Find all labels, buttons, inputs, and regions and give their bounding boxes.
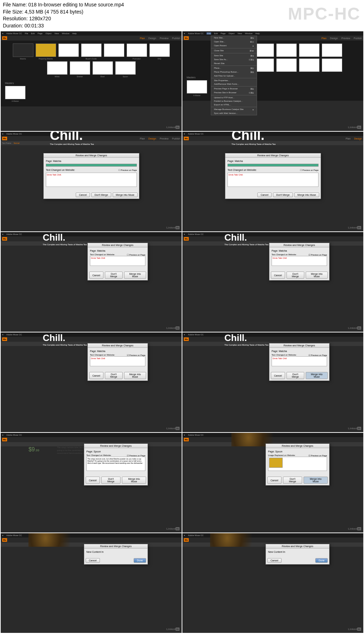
dont-merge-button[interactable]: Don't Merge [91, 193, 111, 197]
file-menu-item[interactable]: Add Files for Upload... [211, 74, 257, 78]
page-thumb[interactable] [149, 43, 170, 57]
menu-edit[interactable]: Edit [214, 32, 218, 35]
preview-checkbox[interactable]: ☑ Preview on Page [309, 454, 327, 457]
file-menu-item[interactable]: Revert Site [211, 62, 257, 65]
page-thumb[interactable] [276, 43, 297, 57]
menu-help[interactable]: Help [255, 32, 259, 35]
cancel-button[interactable]: Cancel [86, 558, 100, 563]
cancel-button[interactable]: Cancel [89, 272, 103, 279]
dont-merge-button[interactable]: Don't Merge [105, 372, 123, 379]
page-thumb[interactable] [36, 43, 56, 57]
file-menu-item[interactable]: Open Site...⌘O [211, 40, 257, 44]
file-menu-item[interactable]: Site Properties... [211, 79, 257, 82]
dialog-textarea[interactable]: The wispy texture sure, but what Matcha … [86, 457, 145, 471]
menu-file[interactable]: File [207, 32, 212, 35]
preview-checkbox[interactable]: ☐ Preview on Page [118, 169, 137, 173]
preview-checkbox[interactable]: ☐ Preview on Page [300, 169, 318, 173]
menu-window[interactable]: Window [245, 32, 252, 35]
file-menu-item[interactable]: New Site...⌘N [211, 36, 257, 40]
merge-button[interactable]: Merge into Muse [124, 272, 146, 279]
merge-button[interactable]: Merge into Muse [306, 272, 328, 279]
tab-preview[interactable]: Preview [341, 37, 350, 40]
tab-preview[interactable]: Preview [160, 137, 168, 140]
tab-plan[interactable]: Plan [140, 37, 145, 40]
tab-plan[interactable]: Plan [346, 137, 350, 140]
page-thumb[interactable] [13, 43, 33, 57]
tab-design[interactable]: Design [148, 137, 156, 140]
dialog-textarea[interactable]: Drink Talk Chill [90, 356, 145, 366]
page-thumb[interactable] [58, 43, 79, 57]
merge-button[interactable]: Merge into Muse [124, 372, 146, 379]
merge-button[interactable]: Merge into Muse [306, 372, 328, 379]
tab-design[interactable]: Design [330, 37, 338, 40]
menu-file[interactable]: File [25, 32, 28, 35]
done-button[interactable]: Done [315, 558, 328, 563]
menu-page[interactable]: Page [38, 32, 43, 35]
tab-plan[interactable]: Plan [140, 137, 145, 140]
page-thumb[interactable] [322, 43, 342, 57]
dialog-textarea[interactable]: Drink Talk Chill [90, 256, 145, 266]
page-thumb[interactable] [92, 61, 113, 75]
page-thumb[interactable] [322, 58, 342, 72]
preview-checkbox[interactable]: ☑ Preview on Page [309, 354, 327, 356]
page-thumb[interactable] [47, 61, 68, 75]
file-menu-item[interactable]: Add/Remove Web Fonts... [211, 82, 257, 86]
file-menu-item[interactable]: Save Site As...⇧⌘S [211, 58, 257, 62]
menu-object[interactable]: Object [229, 32, 235, 35]
file-menu-item[interactable]: Save Site⌘S [211, 54, 257, 58]
page-thumb[interactable] [81, 43, 102, 57]
tab-publish[interactable]: Publish [172, 137, 180, 140]
dialog-textarea[interactable]: Drink Talk Chill. [228, 173, 318, 187]
cancel-button[interactable]: Cancel [267, 558, 282, 563]
menu-view[interactable]: View [237, 32, 242, 35]
page-thumb[interactable] [299, 43, 320, 57]
cancel-button[interactable]: Cancel [271, 272, 285, 279]
menu-page[interactable]: Page [221, 32, 226, 35]
file-menu-item[interactable]: Open Recent▸ [211, 44, 257, 48]
tab-preview[interactable]: Preview [160, 37, 168, 40]
cancel-button[interactable]: Cancel [86, 477, 100, 484]
file-menu-item[interactable]: Place...⌘D [211, 66, 257, 70]
merge-button[interactable]: Merge into Muse [113, 193, 138, 197]
tab-publish[interactable]: Publish [354, 37, 362, 40]
menu-help[interactable]: Help [72, 32, 76, 35]
dialog-textarea[interactable]: Drink Talk Chill [272, 256, 327, 266]
dont-merge-button[interactable]: Don't Merge [273, 193, 293, 197]
master-thumb[interactable] [187, 80, 207, 94]
menu-window[interactable]: Window [62, 32, 69, 35]
preview-checkbox[interactable]: ☑ Preview on Page [127, 454, 145, 457]
state-select[interactable]: Normal [14, 142, 19, 144]
file-menu-item[interactable]: Preview Page in Browser⌘E [211, 87, 257, 91]
dont-merge-button[interactable]: Don't Merge [101, 477, 121, 484]
file-menu-item[interactable]: Export as HTML... [211, 103, 257, 106]
merge-button[interactable]: Merge into Muse [304, 477, 328, 484]
cancel-button[interactable]: Cancel [76, 193, 90, 197]
preview-checkbox[interactable]: ☑ Preview on Page [127, 354, 145, 356]
dont-merge-button[interactable]: Don't Merge [287, 272, 304, 279]
page-thumb[interactable] [70, 61, 90, 75]
tab-design[interactable]: Design [354, 137, 362, 140]
tab-publish[interactable]: Publish [172, 37, 180, 40]
menu-object[interactable]: Object [46, 32, 52, 35]
file-menu-item[interactable]: Place Photoshop Button...⌘B [211, 70, 257, 74]
file-menu-item[interactable]: Publish to Business Catalyst... [211, 99, 257, 103]
file-menu-item[interactable]: Sync with Web Version... [211, 111, 257, 115]
dialog-textarea[interactable]: Drink Talk Chill. [46, 173, 137, 187]
merge-button[interactable]: Merge into Muse [122, 477, 146, 484]
tab-design[interactable]: Design [148, 37, 156, 40]
page-thumb[interactable] [299, 58, 320, 72]
dialog-textarea[interactable]: Drink Talk Chill [272, 356, 327, 366]
cancel-button[interactable]: Cancel [271, 372, 285, 379]
menu-view[interactable]: View [54, 32, 59, 35]
done-button[interactable]: Done [134, 558, 146, 563]
file-menu-item[interactable]: Close Site⌘W [211, 49, 257, 53]
merge-button[interactable]: Merge into Muse [294, 193, 319, 197]
preview-checkbox[interactable]: ☐ Preview on Page [127, 253, 145, 256]
cancel-button[interactable]: Cancel [89, 372, 103, 379]
menu-edit[interactable]: Edit [31, 32, 34, 35]
dont-merge-button[interactable]: Don't Merge [105, 272, 123, 279]
page-thumb[interactable] [276, 58, 297, 72]
page-thumb[interactable] [104, 43, 124, 57]
file-menu-item[interactable]: Upload to FTP Host... [211, 96, 257, 99]
dont-merge-button[interactable]: Don't Merge [283, 477, 302, 484]
